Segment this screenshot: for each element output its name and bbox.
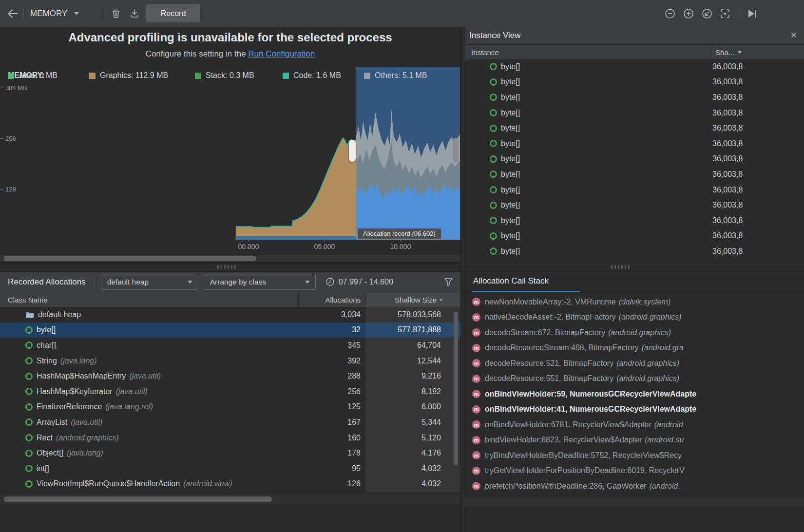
shallow-size-value: 577,871,888 (365, 323, 460, 338)
instance-shallow-size: 36,003,8 (712, 124, 753, 133)
instance-row[interactable]: byte[] 36,003,8 (464, 90, 804, 105)
stack-frame[interactable]: m prefetchPositionWithDeadline:286, GapW… (464, 478, 804, 494)
method-icon: m (472, 405, 480, 414)
instance-row[interactable]: byte[] 36,003,8 (464, 75, 804, 90)
arrange-by-select[interactable]: Arrange by class (204, 274, 316, 290)
back-button[interactable] (3, 0, 22, 27)
table-row[interactable]: default heap 3,034 578,033,568 (0, 307, 460, 323)
table-row[interactable]: ViewRootImpl$RunQueue$HandlerAction (and… (0, 476, 460, 492)
stack-frame[interactable]: m nativeDecodeAsset:-2, BitmapFactory (a… (464, 310, 804, 325)
allocations-horizontal-scrollbar-track[interactable] (0, 494, 460, 504)
column-header-class-name[interactable]: Class Name (0, 293, 298, 307)
instance-row[interactable]: byte[] 36,003,8 (464, 197, 804, 213)
instance-row[interactable]: byte[] 36,003,8 (464, 120, 804, 136)
reset-zoom-button[interactable] (698, 0, 716, 27)
instance-row[interactable]: byte[] 36,003,8 (464, 167, 804, 182)
instance-row[interactable]: byte[] 36,003,8 (464, 59, 804, 75)
stack-frame[interactable]: m decodeResource:521, BitmapFactory (and… (464, 356, 804, 371)
class-name: default heap (38, 310, 81, 319)
column-header-shallow-size[interactable]: Sha... (711, 45, 804, 59)
allocations-count: 95 (298, 461, 365, 476)
table-row[interactable]: FinalizerReference (java.lang.ref) 125 6… (0, 399, 460, 415)
column-header-instance[interactable]: Instance (464, 48, 711, 57)
shallow-size-value: 6,000 (365, 399, 460, 415)
profiler-type-dropdown[interactable]: MEMORY (30, 0, 79, 27)
frame-text: decodeResource:521, BitmapFactory (485, 359, 613, 368)
instance-row[interactable]: byte[] 36,003,8 (464, 105, 804, 121)
filter-button[interactable] (443, 277, 454, 287)
stack-frame[interactable]: m onBindViewHolder:41, NumerousGCRecycle… (464, 402, 804, 418)
table-row[interactable]: String (java.lang) 392 12,544 (0, 353, 460, 369)
record-button[interactable]: Record (146, 4, 200, 22)
table-row[interactable]: Rect (android.graphics) 160 5,120 (0, 430, 460, 446)
stack-frame[interactable]: m decodeResource:551, BitmapFactory (and… (464, 371, 804, 387)
run-configuration-link[interactable]: Run Configuration (248, 49, 315, 58)
instance-row[interactable]: byte[] 36,003,8 (464, 228, 804, 244)
allocations-vertical-scrollbar[interactable] (454, 312, 458, 465)
table-row[interactable]: int[] 95 4,032 (0, 461, 460, 476)
instance-shallow-size: 36,003,8 (712, 109, 753, 117)
class-name: ArrayList (37, 418, 67, 427)
jump-to-live-button[interactable] (743, 0, 761, 27)
toolbar-separator (23, 7, 24, 19)
stack-frame[interactable]: m newNonMovableArray:-2, VMRuntime (dalv… (464, 294, 804, 310)
memory-chart[interactable]: MEMORY: Java: 0 MB Graphics: 112.9 MB (0, 67, 460, 240)
chevron-down-icon (188, 281, 192, 284)
allocations-count: 288 (298, 368, 365, 384)
allocations-count: 256 (298, 384, 365, 399)
stack-frame[interactable]: m tryBindViewHolderByDeadline:5752, Recy… (464, 448, 804, 463)
clear-capture-button[interactable] (107, 0, 125, 27)
timeline-scrollbar-track[interactable] (0, 254, 460, 263)
stack-frame[interactable]: m bindViewHolder:6823, RecyclerView$Adap… (464, 433, 804, 448)
legend-item: Graphics: 112.9 MB (89, 71, 168, 80)
instance-row[interactable]: byte[] 36,003,8 (464, 182, 804, 198)
stack-frame[interactable]: m decodeResourceStream:498, BitmapFactor… (464, 341, 804, 356)
stack-frame[interactable]: m onBindViewHolder:59, NumerousGCRecycle… (464, 386, 804, 402)
column-header-shallow-size[interactable]: Shallow Size (365, 293, 460, 307)
instance-row[interactable]: byte[] 36,003,8 (464, 152, 804, 167)
class-icon (25, 434, 33, 441)
instance-row[interactable]: byte[] 36,003,8 (464, 213, 804, 228)
filter-icon (443, 277, 454, 287)
shallow-size-value: 64,704 (365, 338, 460, 353)
table-row[interactable]: char[] 345 64,704 (0, 338, 460, 353)
selection-left-handle[interactable] (349, 140, 356, 162)
zoom-in-button[interactable] (679, 0, 698, 27)
recorded-allocations-panel: Recorded Allocations default heap Arrang… (0, 271, 460, 532)
call-stack-scrollbar-track[interactable] (464, 497, 804, 507)
hint-text: Configure this setting in the (146, 49, 249, 58)
stack-frame[interactable]: m decodeStream:672, BitmapFactory (andro… (464, 325, 804, 341)
package-name: (java.util) (129, 372, 161, 380)
allocations-count: 32 (298, 323, 365, 338)
table-row[interactable]: ArrayList (java.util) 167 5,344 (0, 415, 460, 430)
instance-row[interactable]: byte[] 36,003,8 (464, 244, 804, 259)
stack-frame[interactable]: m onBindViewHolder:6781, RecyclerView$Ad… (464, 417, 804, 433)
table-row[interactable]: Object[] (java.lang) 178 4,176 (0, 445, 460, 461)
table-row[interactable]: HashMap$KeyIterator (java.util) 256 8,19… (0, 384, 460, 399)
column-header-allocations[interactable]: Allocations (298, 293, 365, 307)
table-row[interactable]: HashMap$HashMapEntry (java.util) 288 9,2… (0, 368, 460, 384)
allocations-count: 160 (298, 430, 365, 446)
selection-right-handle[interactable] (453, 138, 459, 162)
splitter-grip[interactable] (216, 265, 238, 269)
x-tick (325, 240, 325, 242)
stack-frame[interactable]: m tryGetViewHolderForPositionByDeadline:… (464, 463, 804, 479)
class-name: byte[] (37, 325, 56, 334)
class-name: Object[] (37, 449, 63, 457)
horizontal-splitter[interactable] (0, 262, 804, 272)
instance-shallow-size: 36,003,8 (712, 231, 753, 240)
instance-row[interactable]: byte[] 36,003,8 (464, 136, 804, 152)
export-capture-button[interactable] (125, 0, 144, 27)
allocations-horizontal-scrollbar-thumb[interactable] (4, 496, 272, 502)
close-icon[interactable]: ✕ (790, 30, 797, 40)
y-axis-label-256: 256 (5, 135, 16, 142)
zoom-to-fit-button[interactable] (716, 0, 734, 27)
heap-select[interactable]: default heap (101, 274, 198, 290)
zoom-out-button[interactable] (661, 0, 679, 27)
timeline-scrollbar-thumb[interactable] (4, 256, 256, 261)
table-row[interactable]: byte[] 32 577,871,888 (0, 323, 460, 338)
vertical-splitter[interactable] (460, 27, 465, 532)
instance-shallow-size: 36,003,8 (712, 170, 753, 179)
splitter-grip[interactable] (610, 265, 632, 269)
tab-allocation-call-stack[interactable]: Allocation Call Stack (473, 276, 549, 286)
